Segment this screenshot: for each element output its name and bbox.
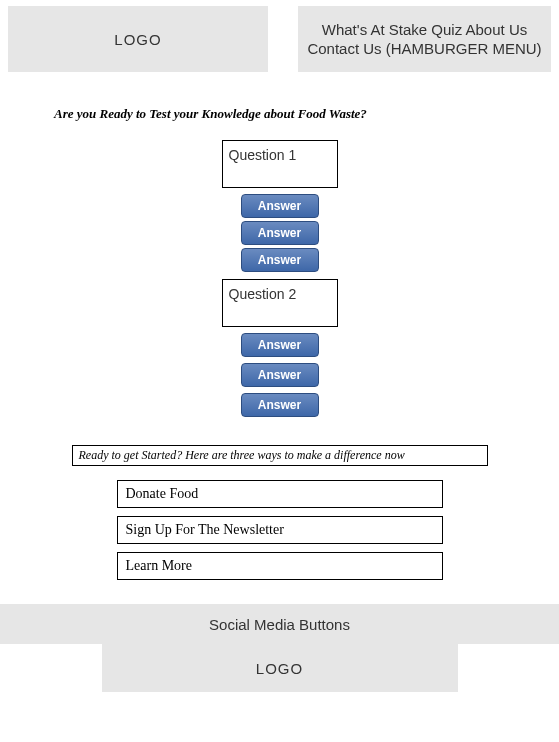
question-box-2: Question 2 bbox=[222, 279, 338, 327]
footer-logo-placeholder[interactable]: LOGO bbox=[102, 644, 458, 692]
header: LOGO What's At Stake Quiz About Us Conta… bbox=[0, 0, 559, 72]
cta-donate[interactable]: Donate Food bbox=[117, 480, 443, 508]
answer-button[interactable]: Answer bbox=[241, 194, 319, 218]
quiz-block: Question 1 Answer Answer Answer Question… bbox=[0, 140, 559, 423]
cta-newsletter[interactable]: Sign Up For The Newsletter bbox=[117, 516, 443, 544]
answer-button[interactable]: Answer bbox=[241, 363, 319, 387]
cta-list: Donate Food Sign Up For The Newsletter L… bbox=[0, 480, 559, 580]
cta-learn-more[interactable]: Learn More bbox=[117, 552, 443, 580]
answer-button[interactable]: Answer bbox=[241, 221, 319, 245]
footer-social-buttons[interactable]: Social Media Buttons bbox=[0, 604, 559, 644]
answer-button[interactable]: Answer bbox=[241, 393, 319, 417]
nav-menu[interactable]: What's At Stake Quiz About Us Contact Us… bbox=[298, 6, 551, 72]
cta-heading: Ready to get Started? Here are three way… bbox=[72, 445, 488, 466]
answer-button[interactable]: Answer bbox=[241, 248, 319, 272]
quiz-title: Are you Ready to Test your Knowledge abo… bbox=[54, 106, 559, 122]
answers-group-2: Answer Answer Answer bbox=[241, 333, 319, 423]
logo-placeholder[interactable]: LOGO bbox=[8, 6, 268, 72]
answers-group-1: Answer Answer Answer bbox=[241, 194, 319, 275]
question-box-1: Question 1 bbox=[222, 140, 338, 188]
answer-button[interactable]: Answer bbox=[241, 333, 319, 357]
